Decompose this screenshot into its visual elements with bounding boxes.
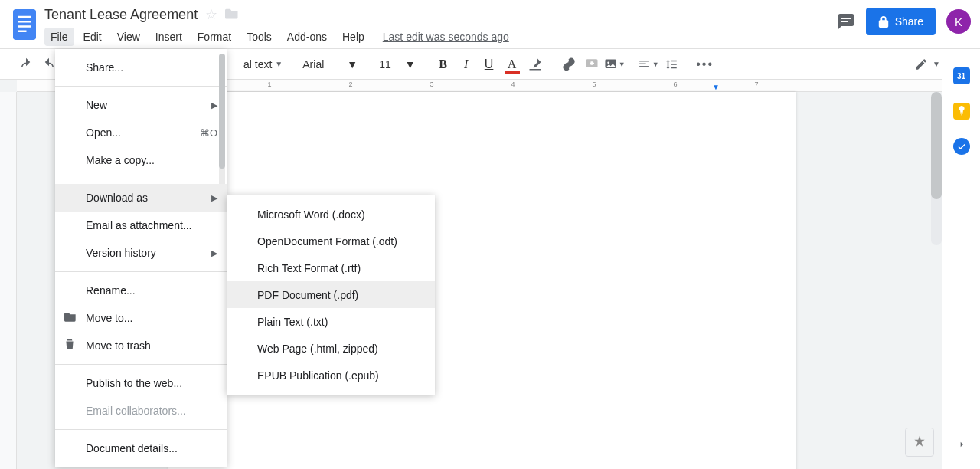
comments-icon[interactable]	[837, 12, 855, 31]
menu-move-to-trash[interactable]: Move to trash	[55, 332, 227, 359]
move-folder-icon[interactable]	[225, 7, 239, 23]
submenu-item-label: Plain Text (.txt)	[257, 316, 328, 328]
menu-separator	[55, 429, 227, 430]
menu-rename[interactable]: Rename...	[55, 277, 227, 304]
menu-item-label: Move to trash	[86, 339, 151, 352]
svg-rect-0	[13, 9, 36, 40]
download-epub[interactable]: EPUB Publication (.epub)	[227, 362, 435, 389]
menu-new[interactable]: New▶	[55, 91, 227, 119]
header-bar: Tenant Lease Agreement ☆ File Edit View …	[0, 0, 980, 49]
menu-share[interactable]: Share...	[55, 54, 227, 81]
svg-rect-14	[639, 66, 649, 67]
star-icon[interactable]: ☆	[205, 6, 217, 23]
menu-document-details[interactable]: Document details...	[55, 435, 227, 462]
menu-item-label: Document details...	[86, 442, 178, 454]
last-edit-link[interactable]: Last edit was seconds ago	[383, 28, 509, 46]
ruler-tick: 2	[348, 80, 352, 88]
calendar-icon[interactable]: 31	[953, 67, 970, 84]
file-menu-dropdown: Share... New▶ Open...⌘O Make a copy... D…	[55, 49, 227, 467]
share-label: Share	[895, 15, 923, 28]
download-as-submenu: Microsoft Word (.docx) OpenDocument Form…	[227, 195, 435, 395]
download-txt[interactable]: Plain Text (.txt)	[227, 308, 435, 335]
menu-separator	[55, 271, 227, 272]
chevron-down-icon: ▼	[405, 58, 416, 71]
svg-rect-5	[841, 18, 851, 19]
share-button[interactable]: Share	[866, 8, 936, 35]
svg-rect-15	[671, 60, 677, 61]
menu-item-label: New	[86, 99, 107, 111]
menu-publish-web[interactable]: Publish to the web...	[55, 369, 227, 397]
font-size-value: 11	[379, 58, 391, 71]
submenu-item-label: Rich Text Format (.rtf)	[257, 262, 361, 274]
menu-edit[interactable]: Edit	[77, 28, 108, 46]
menu-file[interactable]: File	[44, 28, 74, 46]
side-panel: 31	[942, 54, 980, 469]
underline-button[interactable]: U	[479, 54, 500, 75]
menu-open[interactable]: Open...⌘O	[55, 119, 227, 146]
vertical-ruler[interactable]	[0, 92, 17, 469]
right-indent-marker[interactable]: ▼	[712, 83, 720, 91]
align-button[interactable]: ▼	[638, 54, 659, 75]
menu-addons[interactable]: Add-ons	[281, 28, 333, 46]
keep-icon[interactable]	[953, 103, 970, 120]
highlight-button[interactable]	[524, 54, 546, 75]
more-tools-button[interactable]: •••	[694, 54, 716, 75]
svg-rect-1	[18, 16, 31, 18]
menu-make-copy[interactable]: Make a copy...	[55, 146, 227, 174]
menu-insert[interactable]: Insert	[149, 28, 188, 46]
document-title[interactable]: Tenant Lease Agreement	[44, 7, 198, 23]
menu-format[interactable]: Format	[191, 28, 237, 46]
insert-image-button[interactable]: ▼	[604, 54, 626, 75]
svg-rect-9	[590, 62, 594, 64]
docs-logo[interactable]	[9, 5, 40, 44]
explore-button[interactable]	[905, 428, 934, 457]
download-pdf[interactable]: PDF Document (.pdf)	[227, 281, 435, 308]
menu-email-collaborators: Email collaborators...	[55, 397, 227, 425]
scrollbar-vertical[interactable]	[931, 92, 942, 245]
download-html[interactable]: Web Page (.html, zipped)	[227, 335, 435, 362]
chevron-right-icon: ▶	[211, 100, 217, 110]
download-rtf[interactable]: Rich Text Format (.rtf)	[227, 254, 435, 281]
ruler-tick: 4	[511, 80, 514, 88]
svg-rect-13	[639, 63, 646, 64]
menu-tools[interactable]: Tools	[240, 28, 278, 46]
ruler-tick: 3	[430, 80, 433, 88]
insert-comment-button[interactable]	[581, 54, 603, 75]
scrollbar-thumb[interactable]	[931, 92, 942, 199]
trash-icon	[64, 338, 75, 353]
menu-move-to[interactable]: Move to...	[55, 304, 227, 332]
lock-icon	[878, 15, 889, 28]
insert-link-button[interactable]	[558, 54, 580, 75]
line-spacing-button[interactable]	[661, 54, 682, 75]
menu-item-label: Email collaborators...	[86, 405, 186, 417]
font-size-dropdown[interactable]: 11 ▼	[374, 58, 420, 71]
bold-button[interactable]: B	[433, 54, 454, 75]
menu-separator	[55, 179, 227, 179]
menu-version-history[interactable]: Version history▶	[55, 239, 227, 267]
undo-button[interactable]	[15, 54, 37, 75]
menu-item-label: Rename...	[86, 284, 136, 297]
text-color-button[interactable]: A	[501, 54, 523, 75]
menu-item-label: Move to...	[86, 312, 132, 324]
paragraph-style-dropdown[interactable]: al text ▼	[240, 58, 286, 71]
submenu-item-label: Microsoft Word (.docx)	[257, 208, 365, 221]
submenu-item-label: PDF Document (.pdf)	[257, 289, 358, 301]
account-avatar[interactable]: K	[946, 9, 971, 34]
menu-view[interactable]: View	[111, 28, 146, 46]
menu-download-as[interactable]: Download as▶	[55, 184, 227, 212]
chevron-down-icon: ▼	[275, 60, 283, 68]
tasks-icon[interactable]	[953, 138, 970, 155]
menu-help[interactable]: Help	[336, 28, 371, 46]
italic-button[interactable]: I	[456, 54, 477, 75]
side-panel-collapse[interactable]	[956, 438, 968, 454]
download-odt[interactable]: OpenDocument Format (.odt)	[227, 228, 435, 254]
menu-item-label: Publish to the web...	[86, 377, 182, 389]
menu-email-attachment[interactable]: Email as attachment...	[55, 212, 227, 239]
font-dropdown[interactable]: Arial ▼	[298, 58, 362, 71]
menu-item-label: Email as attachment...	[86, 219, 192, 231]
download-docx[interactable]: Microsoft Word (.docx)	[227, 201, 435, 228]
editing-mode-dropdown[interactable]: ▼	[914, 57, 940, 71]
title-area: Tenant Lease Agreement ☆ File Edit View …	[44, 5, 837, 46]
font-value: Arial	[302, 58, 324, 71]
submenu-item-label: EPUB Publication (.epub)	[257, 369, 379, 382]
